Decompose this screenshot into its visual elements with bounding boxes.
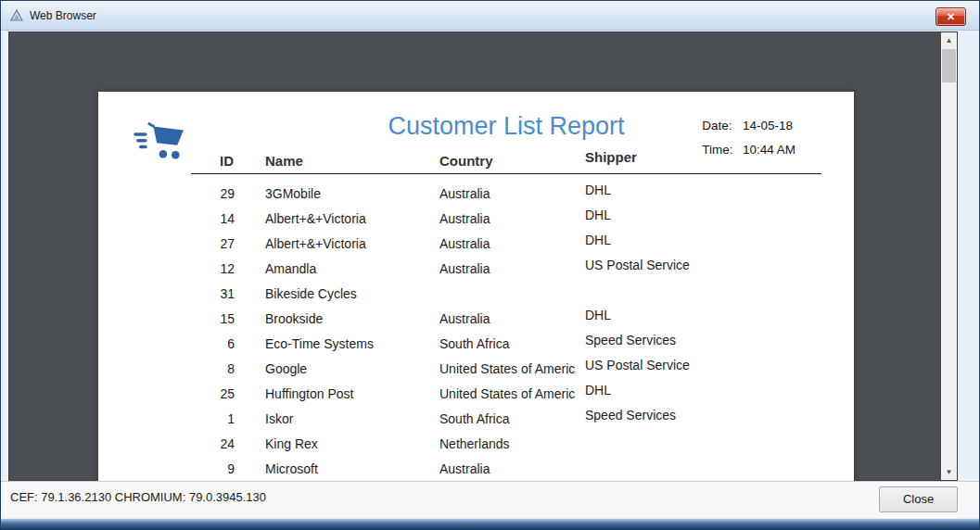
cell-name: Amandla [237,261,439,276]
cell-id: 31 [189,286,237,301]
cell-id: 24 [189,436,237,451]
column-header-name: Name [237,153,439,169]
table-row: 14 Albert+&+Victoria Australia DHL [98,206,854,231]
cell-id: 25 [189,386,237,401]
cell-shipper: DHL [582,183,854,197]
status-text: CEF: 79.1.36.2130 CHROMIUM: 79.0.3945.13… [10,490,266,504]
cell-id: 9 [189,461,237,476]
titlebar[interactable]: Web Browser ✕ [1,1,979,31]
cell-name: Google [237,361,439,376]
table-row: 15 Brookside Australia DHL [98,306,854,331]
table-row: 27 Albert+&+Victoria Australia DHL [98,231,854,256]
cell-country: Australia [439,311,582,326]
cart-icon [134,118,187,164]
cell-name: 3GMobile [237,186,439,201]
scrollbar-down-icon: ▼ [946,468,953,476]
cell-name: Iskor [237,411,439,426]
cell-country: United States of Americ [439,386,582,401]
cell-shipper: DHL [582,208,854,222]
table-header: ID Name Country Shipper [189,153,854,169]
cell-id: 1 [189,411,237,426]
window-close-button[interactable]: ✕ [935,7,966,26]
table-row: 31 Bikeside Cycles [98,281,854,306]
cell-shipper: DHL [582,233,854,247]
table-row: 25 Huffington Post United States of Amer… [98,381,854,406]
close-icon: ✕ [947,11,955,22]
table-row: 12 Amandla Australia US Postal Service [98,256,854,281]
cell-name: Albert+&+Victoria [237,236,439,251]
cell-name: Brookside [237,311,439,326]
cell-name: Albert+&+Victoria [237,211,439,226]
cell-id: 12 [189,261,237,276]
cell-name: King Rex [237,436,439,451]
scrollbar-thumb[interactable] [942,49,956,82]
cell-id: 15 [189,311,237,326]
table-row: 6 Eco-Time Systems South Africa Speed Se… [98,331,854,356]
column-header-shipper: Shipper [582,149,854,165]
cell-shipper: Speed Services [582,408,854,423]
browser-viewport: Customer List Report Date: 14-05-18 Time… [8,32,958,481]
cell-name: Huffington Post [237,386,439,401]
cell-country: United States of Americ [439,361,582,376]
cell-shipper: DHL [582,308,854,322]
scrollbar-up-button[interactable]: ▲ [941,32,957,48]
scrollbar-up-icon: ▲ [946,36,953,44]
column-header-country: Country [439,153,582,169]
scrollbar-track[interactable] [941,83,957,464]
cell-shipper: Speed Services [582,333,854,347]
cell-country: Australia [439,211,582,226]
cell-id: 8 [189,361,237,376]
cell-name: Eco-Time Systems [237,336,439,351]
status-bar: CEF: 79.1.36.2130 CHROMIUM: 79.0.3945.13… [1,481,979,518]
date-value: 14-05-18 [743,119,793,132]
cell-id: 14 [189,211,237,226]
date-label: Date: [702,119,739,132]
table-row: 24 King Rex Netherlands [98,431,854,456]
column-header-id: ID [189,153,237,169]
report-header: Customer List Report Date: 14-05-18 Time… [191,92,821,174]
cell-name: Bikeside Cycles [237,286,439,301]
cell-country: Australia [439,261,582,276]
app-icon [9,8,24,23]
cell-country: Australia [439,186,582,201]
window-bottom-frame [1,518,979,529]
cell-id: 27 [189,236,237,251]
table-row: 9 Microsoft Australia [98,456,854,481]
window-title: Web Browser [30,9,96,22]
scrollbar[interactable]: ▲ ▼ [941,32,957,480]
cell-country: Netherlands [439,436,582,451]
table-row: 8 Google United States of Americ US Post… [98,356,854,381]
cell-name: Microsoft [237,461,439,476]
cell-shipper: US Postal Service [582,258,854,272]
cell-shipper: DHL [582,383,854,398]
cell-country: South Africa [439,411,582,426]
cell-country: South Africa [439,336,582,351]
cell-id: 29 [189,186,237,201]
cell-id: 6 [189,336,237,351]
report-page: Customer List Report Date: 14-05-18 Time… [98,92,854,482]
close-button[interactable]: Close [879,486,958,512]
table-row: 29 3GMobile Australia DHL [98,181,854,206]
cell-country: Australia [439,461,582,476]
table-rows: 29 3GMobile Australia DHL 14 Albert+&+Vi… [98,174,854,481]
cell-shipper: US Postal Service [582,358,854,372]
browser-window: Web Browser ✕ [0,0,980,530]
table-row: 1 Iskor South Africa Speed Services [98,406,854,431]
cell-country: Australia [439,236,582,251]
scrollbar-down-button[interactable]: ▼ [941,464,957,480]
